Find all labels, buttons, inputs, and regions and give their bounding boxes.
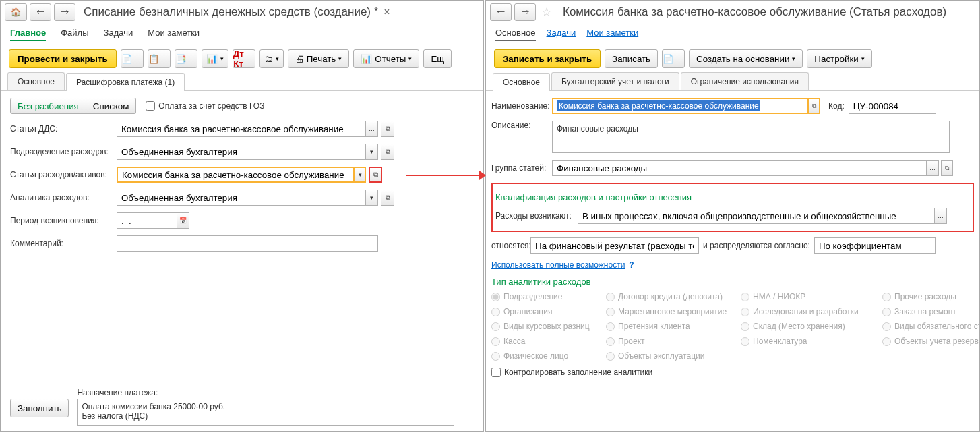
analytics-radio-11[interactable]: Виды обязательного стр [882, 322, 980, 331]
analytics-radio-14[interactable]: Номенклатура [741, 337, 876, 346]
group-open[interactable]: ⧉ [941, 160, 953, 176]
analytics-radio-13[interactable]: Проект [606, 337, 734, 346]
arise-ellipsis[interactable]: … [935, 208, 947, 224]
seg-no-split[interactable]: Без разбиения [10, 98, 86, 114]
dept-open-button[interactable]: ⧉ [381, 144, 394, 160]
dds-input[interactable] [117, 121, 366, 137]
comment-input[interactable] [117, 235, 378, 252]
name-input[interactable]: Комиссия банка за расчетно-кассовое обсл… [552, 98, 808, 114]
save-button[interactable]: Записать [605, 49, 658, 68]
anal-input[interactable] [117, 190, 366, 206]
dept-input[interactable] [117, 144, 366, 160]
name-open[interactable]: ⧉ [808, 98, 820, 114]
analytics-radio-5[interactable]: Маркетинговое мероприятие [606, 307, 734, 316]
menu-notes[interactable]: Мои заметки [148, 28, 200, 41]
help-icon[interactable]: ? [629, 260, 634, 270]
dist-label: и распределяются согласно: [703, 241, 810, 250]
exp-label: Статья расходов/активов: [10, 170, 117, 179]
full-link[interactable]: Использовать полные возможности [491, 260, 625, 270]
post-close-button[interactable]: Провести и закрыть [9, 49, 117, 68]
tab-limit[interactable]: Ограничение использования [681, 72, 809, 90]
analytics-radio-8[interactable]: Виды курсовых разниц [491, 322, 599, 331]
analytics-radio-grid: ПодразделениеДоговор кредита (депозита)Н… [491, 292, 974, 361]
analytics-radio-7[interactable]: Заказ на ремонт [882, 307, 980, 316]
nav-back-button[interactable]: 🡐 [30, 3, 51, 21]
exp-dd[interactable]: ▾ [354, 167, 366, 183]
anal-open-button[interactable]: ⧉ [381, 190, 394, 206]
group-ellipsis[interactable]: … [927, 160, 939, 176]
tab-main-left[interactable]: Основное [7, 72, 65, 90]
exp-open-button[interactable]: ⧉ [369, 167, 382, 183]
control-checkbox-input[interactable] [491, 368, 501, 377]
analytics-radio-4[interactable]: Организация [491, 307, 599, 316]
tool-btn-r1[interactable]: 📄 [662, 49, 685, 68]
left-title: Списание безналичных денежных средств (с… [84, 5, 378, 19]
menu-tasks-r[interactable]: Задачи [547, 28, 576, 41]
dds-ellipsis[interactable]: … [366, 121, 378, 137]
analytics-radio-12[interactable]: Касса [491, 337, 599, 346]
save-close-button[interactable]: Записать и закрыть [494, 49, 601, 68]
right-toolbar: Записать и закрыть Записать 📄 Создать на… [486, 45, 979, 72]
nav-back-r[interactable]: 🡐 [490, 3, 512, 21]
analytics-radio-9[interactable]: Претензия клиента [606, 322, 734, 331]
menu-tasks[interactable]: Задачи [104, 28, 133, 41]
group-input[interactable] [552, 160, 927, 176]
tab-main-r[interactable]: Основное [493, 73, 550, 91]
right-title: Комиссия банка за расчетно-кассовое обсл… [563, 5, 946, 19]
analytics-radio-17[interactable]: Объекты эксплуатации [606, 351, 734, 361]
period-input[interactable] [117, 212, 177, 229]
dds-open-button[interactable]: ⧉ [381, 121, 394, 137]
goz-checkbox[interactable]: Оплата за счет средств ГОЗ [146, 101, 264, 111]
more-button[interactable]: Ещ [423, 49, 452, 68]
nav-fwd-r[interactable]: 🡒 [514, 3, 536, 21]
tool-btn-5[interactable]: ДтКт [233, 49, 255, 68]
analytics-radio-3[interactable]: Прочие расходы [882, 292, 980, 301]
goz-checkbox-input[interactable] [146, 101, 155, 111]
left-titlebar: 🏠 🡐 🡒 Списание безналичных денежных сред… [1, 1, 483, 24]
print-button[interactable]: 🖨Печать [288, 49, 350, 68]
home-button[interactable]: 🏠 [5, 3, 27, 21]
nav-fwd-button[interactable]: 🡒 [54, 3, 75, 21]
analytics-radio-1[interactable]: Договор кредита (депозита) [606, 292, 734, 301]
period-label: Период возникновения: [10, 216, 117, 225]
left-form: Без разбиения Списком Оплата за счет сре… [1, 91, 483, 265]
dept-dd[interactable]: ▾ [366, 144, 378, 160]
settings-button[interactable]: Настройки [807, 49, 871, 68]
exp-input[interactable] [117, 167, 354, 183]
menu-main[interactable]: Главное [10, 28, 46, 41]
analytics-radio-2[interactable]: НМА / НИОКР [741, 292, 876, 301]
menu-notes-r[interactable]: Мои заметки [586, 28, 638, 41]
menu-files[interactable]: Файлы [61, 28, 88, 41]
create-on-button[interactable]: Создать на основании [689, 49, 803, 68]
right-tabs: Основное Бухгалтерский учет и налоги Огр… [486, 72, 979, 91]
tool-btn-6[interactable]: 🗂 [259, 49, 284, 68]
purpose-label: Назначение платежа: [77, 388, 454, 397]
tool-btn-3[interactable]: 📑 [175, 49, 197, 68]
analytics-radio-15[interactable]: Объекты учета резервов [882, 337, 980, 346]
desc-input[interactable]: Финансовые расходы [552, 121, 950, 153]
tab-acct[interactable]: Бухгалтерский учет и налоги [551, 72, 679, 90]
anal-label: Аналитика расходов: [10, 193, 117, 202]
analytics-radio-6[interactable]: Исследования и разработки [741, 307, 876, 316]
tool-btn-1[interactable]: 📄 [121, 49, 144, 68]
purpose-textarea[interactable]: Оплата комиссии банка 25000-00 руб. Без … [77, 399, 454, 426]
seg-list[interactable]: Списком [86, 98, 137, 114]
code-input[interactable] [849, 98, 936, 114]
analytics-radio-10[interactable]: Склад (Место хранения) [741, 322, 876, 331]
dist-input[interactable] [814, 237, 936, 254]
analytics-radio-16[interactable]: Физическое лицо [491, 351, 599, 361]
tab-breakdown[interactable]: Расшифровка платежа (1) [66, 73, 185, 91]
control-checkbox[interactable]: Контролировать заполнение аналитики [491, 368, 974, 377]
relate-input[interactable] [530, 237, 699, 254]
menu-main-r[interactable]: Основное [495, 28, 536, 41]
anal-dd[interactable]: ▾ [366, 190, 378, 206]
star-icon[interactable]: ☆ [541, 5, 552, 20]
tool-btn-2[interactable]: 📋 [148, 49, 171, 68]
reports-button[interactable]: 📊Отчеты [353, 49, 419, 68]
close-icon[interactable]: × [384, 6, 390, 18]
tool-btn-4[interactable]: 📊 [202, 49, 228, 68]
fill-button[interactable]: Заполнить [10, 399, 69, 417]
period-cal-button[interactable]: 📅 [177, 212, 189, 229]
analytics-radio-0[interactable]: Подразделение [491, 292, 599, 301]
arise-input[interactable] [578, 208, 935, 224]
